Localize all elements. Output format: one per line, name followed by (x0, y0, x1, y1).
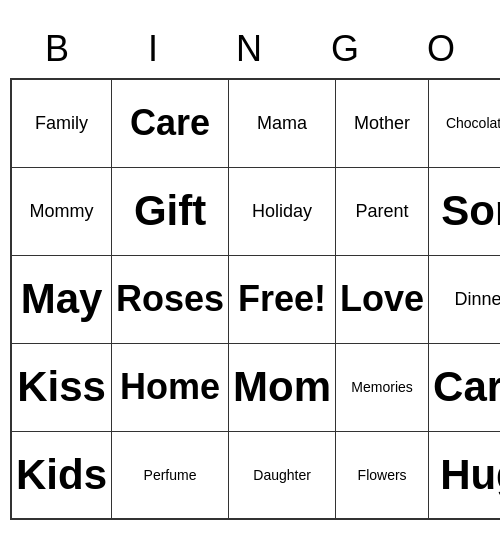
bingo-header: BINGO (10, 24, 490, 78)
bingo-cell-r2-c1: Roses (112, 255, 229, 343)
bingo-row-3: KissHomeMomMemoriesCard (11, 343, 500, 431)
bingo-cell-r4-c2: Daughter (229, 431, 336, 519)
bingo-cell-r2-c3: Love (336, 255, 429, 343)
bingo-cell-r1-c0: Mommy (11, 167, 112, 255)
bingo-cell-r1-c1: Gift (112, 167, 229, 255)
bingo-cell-r3-c3: Memories (336, 343, 429, 431)
bingo-cell-r2-c4: Dinner (429, 255, 500, 343)
bingo-cell-r1-c3: Parent (336, 167, 429, 255)
bingo-grid: FamilyCareMamaMotherChocolatesMommyGiftH… (10, 78, 500, 520)
bingo-row-1: MommyGiftHolidayParentSon (11, 167, 500, 255)
bingo-row-2: MayRosesFree!LoveDinner (11, 255, 500, 343)
bingo-cell-r3-c0: Kiss (11, 343, 112, 431)
bingo-cell-r2-c2: Free! (229, 255, 336, 343)
bingo-cell-r4-c3: Flowers (336, 431, 429, 519)
header-letter-N: N (202, 24, 298, 78)
bingo-cell-r0-c1: Care (112, 79, 229, 167)
header-letter-G: G (298, 24, 394, 78)
bingo-cell-r3-c2: Mom (229, 343, 336, 431)
bingo-cell-r4-c0: Kids (11, 431, 112, 519)
bingo-row-4: KidsPerfumeDaughterFlowersHug (11, 431, 500, 519)
header-letter-B: B (10, 24, 106, 78)
bingo-cell-r0-c3: Mother (336, 79, 429, 167)
bingo-cell-r1-c4: Son (429, 167, 500, 255)
bingo-cell-r2-c0: May (11, 255, 112, 343)
bingo-cell-r4-c4: Hug (429, 431, 500, 519)
bingo-cell-r3-c4: Card (429, 343, 500, 431)
bingo-cell-r3-c1: Home (112, 343, 229, 431)
bingo-cell-r0-c4: Chocolates (429, 79, 500, 167)
bingo-row-0: FamilyCareMamaMotherChocolates (11, 79, 500, 167)
bingo-cell-r0-c2: Mama (229, 79, 336, 167)
bingo-cell-r4-c1: Perfume (112, 431, 229, 519)
bingo-cell-r1-c2: Holiday (229, 167, 336, 255)
header-letter-O: O (394, 24, 490, 78)
header-letter-I: I (106, 24, 202, 78)
bingo-cell-r0-c0: Family (11, 79, 112, 167)
